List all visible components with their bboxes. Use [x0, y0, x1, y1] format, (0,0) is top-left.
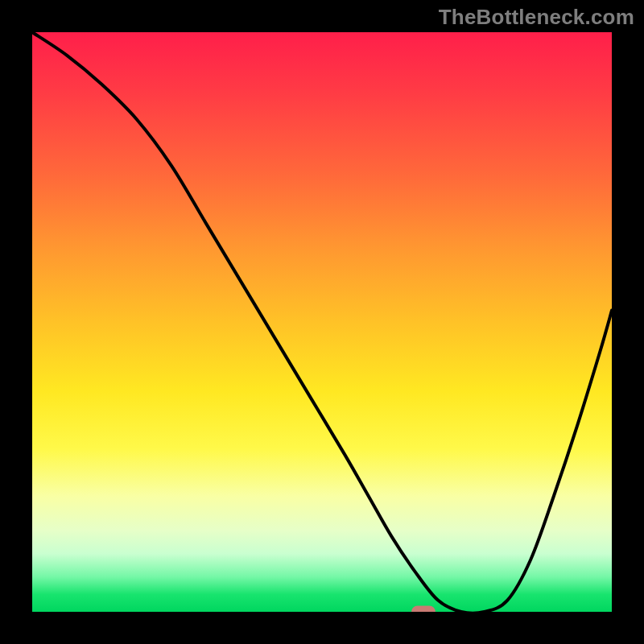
plot-area — [32, 32, 612, 612]
current-point-marker — [411, 606, 436, 613]
bottleneck-curve — [32, 32, 612, 612]
chart-frame: TheBottleneck.com — [0, 0, 644, 644]
watermark-label: TheBottleneck.com — [439, 5, 634, 30]
